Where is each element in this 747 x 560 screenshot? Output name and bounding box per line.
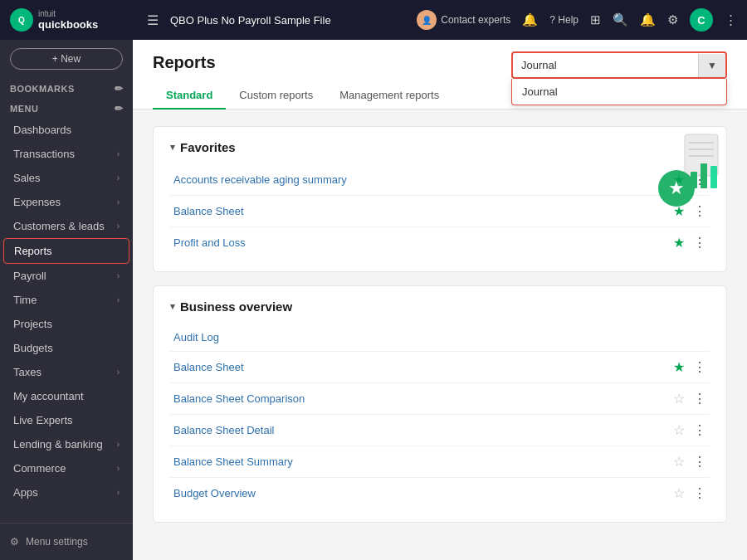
report-name[interactable]: Accounts receivable aging summary	[173, 173, 347, 186]
menu-edit-icon[interactable]: ✏	[115, 103, 124, 114]
sidebar-item-payroll[interactable]: Payroll ›	[3, 264, 129, 288]
main-content: ★ ▾ Favorites Accounts receivable aging …	[133, 110, 747, 553]
settings-icon: ⚙	[10, 536, 19, 548]
star-filled-icon[interactable]: ★	[673, 359, 685, 375]
logo-text: intuit quickbooks	[38, 9, 98, 31]
help-icon[interactable]: ? Help	[549, 14, 579, 26]
report-actions: ★ ⋮	[673, 359, 706, 375]
business-overview-toggle-icon[interactable]: ▾	[170, 301, 175, 312]
sidebar-item-my-accountant[interactable]: My accountant	[3, 384, 129, 408]
sidebar-item-reports[interactable]: Reports	[3, 238, 129, 264]
dropdown-arrow-icon[interactable]: ▼	[698, 54, 725, 77]
report-name[interactable]: Balance Sheet	[173, 205, 244, 217]
report-name[interactable]: Budget Overview	[173, 487, 256, 499]
table-row[interactable]: Accounts receivable aging summary ★ ⋮	[170, 164, 710, 196]
favorites-header: ▾ Favorites	[170, 140, 710, 154]
search-icon[interactable]: 🔍	[613, 12, 628, 27]
decorative-graphic: ★	[639, 126, 730, 217]
table-row[interactable]: Balance Sheet ★ ⋮	[170, 196, 710, 227]
star-empty-icon[interactable]: ☆	[673, 485, 685, 501]
sidebar-item-commerce[interactable]: Commerce ›	[3, 456, 129, 480]
content-area: Reports Journal ▼ Journal Standard Custo…	[133, 40, 747, 560]
tab-custom-reports[interactable]: Custom reports	[226, 82, 326, 110]
gear-icon[interactable]: ⚙	[667, 12, 678, 27]
sidebar-item-dashboards[interactable]: Dashboards	[3, 118, 129, 142]
hamburger-icon[interactable]: ☰	[147, 12, 159, 28]
star-empty-icon[interactable]: ☆	[673, 454, 685, 470]
table-row[interactable]: Audit Log	[170, 324, 710, 352]
top-navigation: Q intuit quickbooks ☰ QBO Plus No Payrol…	[0, 0, 747, 40]
sidebar-item-customers-leads[interactable]: Customers & leads ›	[3, 214, 129, 238]
sidebar-item-live-experts[interactable]: Live Experts	[3, 408, 129, 432]
content-header: Reports Journal ▼ Journal Standard Custo…	[133, 40, 747, 110]
contact-experts-button[interactable]: 👤 Contact experts	[417, 10, 510, 30]
sidebar-item-time[interactable]: Time ›	[3, 288, 129, 312]
menu-section: MENU ✏	[0, 98, 133, 118]
more-options-icon[interactable]: ⋮	[693, 422, 706, 438]
bookmarks-edit-icon[interactable]: ✏	[115, 83, 124, 95]
sidebar-item-projects[interactable]: Projects	[3, 312, 129, 336]
table-row[interactable]: Balance Sheet ★ ⋮	[170, 352, 710, 383]
report-actions: ☆ ⋮	[673, 454, 706, 470]
logo-area: Q intuit quickbooks	[10, 8, 139, 32]
sidebar-item-lending-banking[interactable]: Lending & banking ›	[3, 432, 129, 456]
new-button[interactable]: + New	[10, 48, 123, 70]
tab-standard[interactable]: Standard	[153, 82, 226, 110]
more-options-icon[interactable]: ⋮	[725, 12, 737, 27]
report-name[interactable]: Balance Sheet	[173, 361, 244, 373]
chevron-icon: ›	[117, 464, 120, 473]
more-options-icon[interactable]: ⋮	[693, 391, 706, 407]
user-avatar[interactable]: C	[690, 8, 713, 32]
svg-text:★: ★	[668, 178, 685, 198]
report-name[interactable]: Profit and Loss	[173, 236, 246, 249]
star-empty-icon[interactable]: ☆	[673, 391, 685, 407]
favorites-title: Favorites	[180, 140, 236, 154]
sidebar: + New BOOKMARKS ✏ MENU ✏ Dashboards Tran…	[0, 40, 133, 560]
more-options-icon[interactable]: ⋮	[693, 235, 706, 251]
main-layout: + New BOOKMARKS ✏ MENU ✏ Dashboards Tran…	[0, 40, 747, 560]
chevron-icon: ›	[117, 173, 120, 183]
sidebar-item-expenses[interactable]: Expenses ›	[3, 190, 129, 214]
chevron-icon: ›	[117, 488, 120, 497]
sidebar-item-budgets[interactable]: Budgets	[3, 336, 129, 360]
tab-management-reports[interactable]: Management reports	[326, 82, 452, 110]
report-search-container: Journal ▼ Journal	[511, 51, 727, 79]
favorites-toggle-icon[interactable]: ▾	[170, 142, 175, 153]
chevron-icon: ›	[117, 149, 120, 158]
business-overview-title: Business overview	[180, 299, 292, 314]
report-search-select[interactable]: Journal ▼	[511, 51, 727, 79]
star-empty-icon[interactable]: ☆	[673, 422, 685, 438]
chevron-icon: ›	[117, 440, 120, 449]
report-actions: ☆ ⋮	[673, 422, 706, 438]
logo-icon: Q	[10, 8, 33, 32]
report-name[interactable]: Audit Log	[173, 331, 219, 343]
menu-settings-button[interactable]: ⚙ Menu settings	[0, 530, 133, 553]
sidebar-item-transactions[interactable]: Transactions ›	[3, 142, 129, 166]
report-name[interactable]: Balance Sheet Comparison	[173, 392, 305, 405]
table-row[interactable]: Balance Sheet Comparison ☆ ⋮	[170, 383, 710, 415]
more-options-icon[interactable]: ⋮	[693, 454, 706, 470]
table-row[interactable]: Profit and Loss ★ ⋮	[170, 227, 710, 258]
sidebar-item-apps[interactable]: Apps ›	[3, 480, 129, 504]
dropdown-option-journal[interactable]: Journal	[512, 79, 726, 105]
report-actions: ☆ ⋮	[673, 485, 706, 501]
sidebar-item-sales[interactable]: Sales ›	[3, 166, 129, 190]
report-actions: ☆ ⋮	[673, 391, 706, 407]
table-row[interactable]: Balance Sheet Detail ☆ ⋮	[170, 415, 710, 446]
report-actions: ★ ⋮	[673, 235, 706, 251]
notification-icon[interactable]: 🔔	[522, 12, 538, 27]
table-row[interactable]: Budget Overview ☆ ⋮	[170, 478, 710, 509]
svg-rect-8	[710, 166, 717, 188]
star-filled-icon[interactable]: ★	[673, 235, 685, 251]
grid-icon[interactable]: ⊞	[590, 12, 601, 27]
report-name[interactable]: Balance Sheet Detail	[173, 424, 274, 436]
more-options-icon[interactable]: ⋮	[693, 359, 706, 375]
contact-avatar: 👤	[417, 10, 437, 30]
sidebar-item-taxes[interactable]: Taxes ›	[3, 360, 129, 384]
svg-rect-7	[701, 163, 707, 188]
report-name[interactable]: Balance Sheet Summary	[173, 455, 293, 468]
bell-icon[interactable]: 🔔	[640, 12, 656, 27]
chevron-icon: ›	[117, 368, 120, 377]
table-row[interactable]: Balance Sheet Summary ☆ ⋮	[170, 446, 710, 478]
more-options-icon[interactable]: ⋮	[693, 485, 706, 501]
